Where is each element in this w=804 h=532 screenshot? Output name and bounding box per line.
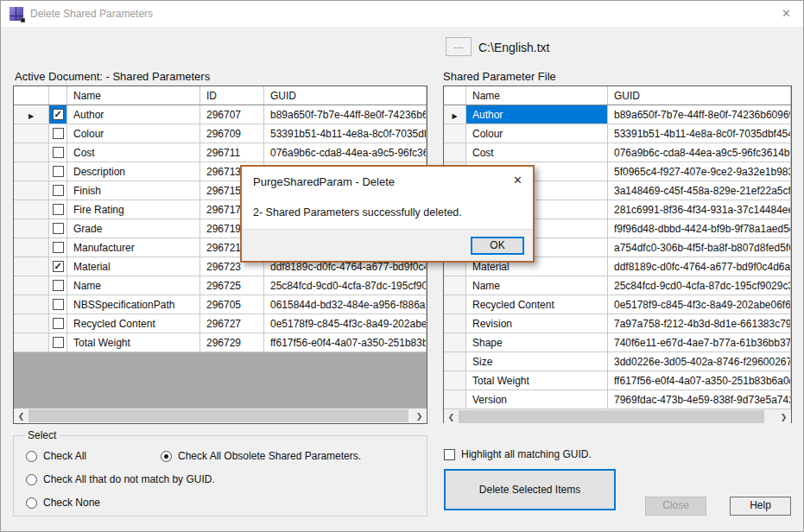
cell-guid[interactable]: f9f96d48-dbbd-4424-bf9b-9f78a1aed5d0	[608, 219, 791, 238]
cell-guid[interactable]: ff617f56-e0f4-4a07-a350-251b83b6a0df	[608, 371, 791, 390]
table-row[interactable]: Recycled Content0e5178f9-c845-4f3c-8a49-…	[444, 295, 791, 314]
row-selector-cell[interactable]	[444, 276, 466, 294]
table-row[interactable]: Cost076a9b6c-cda8-44ea-a9c5-96fc3614bc28	[444, 143, 791, 162]
radio-check-all-icon[interactable]	[26, 451, 37, 462]
cell-id[interactable]: 296725	[200, 276, 264, 294]
ok-button[interactable]: OK	[471, 237, 524, 255]
checkbox-unchecked-icon[interactable]	[53, 128, 64, 139]
table-row[interactable]: Cost296711076a9b6c-cda8-44ea-a9c5-96fc36…	[14, 143, 427, 162]
row-selector-cell[interactable]	[14, 162, 49, 180]
cell-guid[interactable]: ff617f56-e0f4-4a07-a350-251b83b6a0df	[264, 333, 427, 352]
row-selector-cell[interactable]	[444, 143, 466, 162]
column-header-guid[interactable]: GUID	[608, 86, 791, 104]
cell-name[interactable]: Total Weight	[466, 371, 608, 390]
checkbox-checked-icon[interactable]: ✓	[53, 261, 64, 272]
column-header-blank[interactable]	[49, 86, 67, 104]
scrollbar-track[interactable]	[764, 409, 776, 424]
cell-guid[interactable]: 0615844d-bd32-484e-a956-f886a7e3f...	[264, 295, 427, 314]
radio-check-no-match-guid[interactable]: Check All that do not match by GUID.	[26, 473, 215, 485]
cell-name[interactable]: Version	[466, 390, 608, 408]
column-header-id[interactable]: ID	[200, 86, 264, 104]
help-button[interactable]: Help	[730, 497, 791, 516]
cell-name[interactable]: Finish	[67, 181, 200, 200]
row-checkbox-cell[interactable]	[49, 200, 67, 218]
checkbox-unchecked-icon[interactable]	[53, 185, 64, 196]
scroll-right-icon[interactable]: ❯	[776, 409, 791, 424]
cell-guid[interactable]: 3a148469-c45f-458a-829e-21ef22a5cf2f	[608, 181, 791, 200]
cell-name[interactable]: Size	[466, 352, 608, 370]
column-header-name[interactable]: Name	[466, 86, 608, 104]
column-header-blank[interactable]	[444, 86, 466, 104]
row-checkbox-cell[interactable]	[49, 295, 67, 314]
cell-name[interactable]: Total Weight	[67, 333, 200, 352]
checkbox-unchecked-icon[interactable]	[53, 147, 64, 158]
checkbox-unchecked-icon[interactable]	[53, 223, 64, 234]
table-row[interactable]: Version7969fdac-473b-4e59-838f-9d73e5a74…	[444, 390, 791, 409]
cell-guid[interactable]: 0e5178f9-c845-4f3c-8a49-202abe06f6b7	[608, 295, 791, 314]
cell-id[interactable]: 296727	[200, 314, 264, 332]
cell-guid[interactable]: 25c84fcd-9cd0-4cfa-87dc-195cf9029c...	[264, 276, 427, 294]
cell-guid[interactable]: 7a97a758-f212-4b3d-8d1e-661383c79e4d	[608, 314, 791, 332]
highlight-matching-guid-checkbox[interactable]: Highlight all matching GUID.	[444, 448, 592, 460]
column-header-blank[interactable]	[14, 86, 49, 104]
checkbox-unchecked-icon[interactable]	[53, 242, 64, 253]
cell-name[interactable]: Cost	[466, 143, 608, 162]
cell-guid[interactable]: a754dfc0-306b-4f5f-ba8f-b807d8fed5f6	[608, 238, 791, 256]
cell-name[interactable]: Cost	[67, 143, 200, 162]
row-selector-cell[interactable]	[14, 124, 49, 142]
cell-guid[interactable]: b89a650f-7b7e-44ff-8e0f-74236b609694	[264, 105, 427, 124]
row-selector-cell[interactable]	[14, 238, 49, 256]
radio-check-none[interactable]: Check None	[26, 497, 100, 509]
checkbox-unchecked-icon[interactable]	[53, 204, 64, 215]
table-row[interactable]: Size3dd0226e-3d05-402a-8746-f296002671e6	[444, 352, 791, 371]
cell-name[interactable]: Author	[466, 105, 608, 124]
cell-id[interactable]: 296707	[200, 105, 264, 124]
row-selector-cell[interactable]	[14, 143, 49, 162]
cell-id[interactable]: 296705	[200, 295, 264, 314]
cell-name[interactable]: Material	[67, 257, 200, 276]
row-selector-cell[interactable]	[14, 295, 49, 314]
cell-name[interactable]: Shape	[466, 333, 608, 352]
delete-selected-items-button[interactable]: Delete Selected Items	[444, 469, 616, 510]
table-row[interactable]: ▶Authorb89a650f-7b7e-44ff-8e0f-74236b609…	[444, 105, 791, 124]
radio-check-all-obsolete[interactable]: Check All Obsolete Shared Parameters.	[161, 450, 361, 462]
cell-name[interactable]: Description	[67, 162, 200, 180]
row-selector-cell[interactable]	[14, 181, 49, 200]
row-checkbox-cell[interactable]	[49, 181, 67, 200]
cell-name[interactable]: Revision	[466, 314, 608, 332]
horizontal-scrollbar[interactable]: ❮❯	[14, 408, 427, 423]
scroll-left-icon[interactable]: ❮	[444, 409, 459, 424]
cell-guid[interactable]: 076a9b6c-cda8-44ea-a9c5-96fc3614b...	[264, 143, 427, 162]
cell-guid[interactable]: 740f6e11-e67d-4ae7-b77a-61b36bb37bde	[608, 333, 791, 352]
row-checkbox-cell[interactable]	[49, 219, 67, 238]
row-checkbox-cell[interactable]	[49, 124, 67, 142]
cell-name[interactable]: NBSSpecificationPath	[67, 295, 200, 314]
cell-name[interactable]: Name	[466, 276, 608, 294]
row-checkbox-cell[interactable]: ✓	[49, 105, 67, 124]
cell-guid[interactable]: 076a9b6c-cda8-44ea-a9c5-96fc3614bc28	[608, 143, 791, 162]
row-selector-cell[interactable]	[444, 124, 466, 142]
table-row[interactable]: Name25c84fcd-9cd0-4cfa-87dc-195cf9029c30	[444, 276, 791, 295]
row-checkbox-cell[interactable]	[49, 314, 67, 332]
row-selector-cell[interactable]	[444, 314, 466, 332]
cell-guid[interactable]: 53391b51-4b11-4e8a-8c0f-7035dbf45...	[264, 124, 427, 142]
window-close-icon[interactable]: ✕	[782, 7, 791, 20]
row-checkbox-cell[interactable]: ✓	[49, 257, 67, 276]
cell-name[interactable]: Name	[67, 276, 200, 294]
row-selector-cell[interactable]	[14, 219, 49, 238]
row-selector-cell[interactable]	[444, 333, 466, 352]
table-row[interactable]: Shape740f6e11-e67d-4ae7-b77a-61b36bb37bd…	[444, 333, 791, 352]
row-checkbox-cell[interactable]	[49, 162, 67, 180]
cell-name[interactable]: Colour	[67, 124, 200, 142]
row-selector-cell[interactable]	[14, 200, 49, 218]
row-selector-cell[interactable]	[444, 390, 466, 408]
cell-guid[interactable]: 281c6991-8f36-4f34-931a-37c14484ee7d	[608, 200, 791, 218]
row-checkbox-cell[interactable]	[49, 333, 67, 352]
cell-guid[interactable]: 53391b51-4b11-4e8a-8c0f-7035dbf454f5	[608, 124, 791, 142]
cell-id[interactable]: 296711	[200, 143, 264, 162]
radio-check-none-icon[interactable]	[26, 497, 37, 509]
row-checkbox-cell[interactable]	[49, 276, 67, 294]
checkbox-unchecked-icon[interactable]	[53, 337, 64, 348]
scroll-right-icon[interactable]: ❯	[412, 408, 427, 423]
cell-name[interactable]: Recycled Content	[67, 314, 200, 332]
